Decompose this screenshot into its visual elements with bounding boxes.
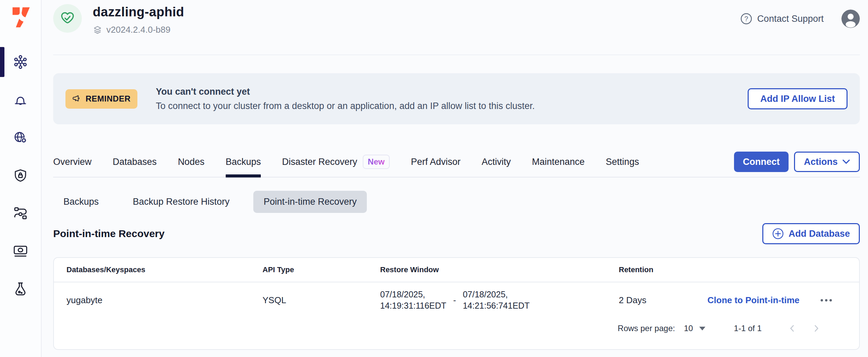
tab-settings[interactable]: Settings <box>606 152 639 172</box>
pitr-table-card: Databases/Keyspaces API Type Restore Win… <box>53 257 860 350</box>
reminder-title: You can't connect yet <box>156 87 535 97</box>
pitr-section-header: Point-in-time Recovery Add Database <box>53 223 860 244</box>
header-actions: ? Contact Support <box>740 10 860 28</box>
column-databases-keyspaces: Databases/Keyspaces <box>66 265 263 274</box>
svg-text:?: ? <box>744 15 748 22</box>
cell-restore-window: 07/18/2025, 14:19:31:116EDT - 07/18/2025… <box>380 289 619 311</box>
cluster-identity: dazzling-aphid v2024.2.4.0-b89 <box>53 4 184 35</box>
sidebar <box>0 0 42 357</box>
column-restore-window: Restore Window <box>380 265 619 274</box>
cluster-health-badge <box>53 4 82 33</box>
tab-nodes[interactable]: Nodes <box>178 152 205 172</box>
section-title: Point-in-time Recovery <box>53 228 165 239</box>
sidebar-item-security[interactable] <box>0 168 41 183</box>
clone-to-point-in-time-link[interactable]: Clone to Point-in-time <box>707 295 799 306</box>
more-menu-icon[interactable] <box>818 296 835 304</box>
cluster-content: REMINDER You can't connect yet To connec… <box>42 55 868 357</box>
reminder-banner: REMINDER You can't connect yet To connec… <box>53 73 860 124</box>
user-avatar[interactable] <box>841 10 860 28</box>
tab-disaster-recovery[interactable]: Disaster Recovery New <box>282 152 390 172</box>
add-database-button[interactable]: Add Database <box>762 223 860 244</box>
reminder-text-block: You can't connect yet To connect to your… <box>156 87 535 111</box>
actions-dropdown-button[interactable]: Actions <box>794 152 860 172</box>
active-nav-indicator <box>0 47 4 77</box>
contact-support-button[interactable]: ? Contact Support <box>740 13 824 25</box>
reminder-badge: REMINDER <box>65 89 137 109</box>
column-api-type: API Type <box>263 265 380 274</box>
tabs-actions: Connect Actions <box>734 152 860 172</box>
cluster-version: v2024.2.4.0-b89 <box>106 25 170 35</box>
restore-range-separator: - <box>453 295 456 306</box>
rows-per-page-label: Rows per page: <box>618 324 675 333</box>
add-ip-allow-list-button[interactable]: Add IP Allow List <box>748 88 848 109</box>
labs-flask-icon <box>13 282 28 296</box>
reminder-action: Add IP Allow List <box>748 88 848 109</box>
tab-perf-advisor[interactable]: Perf Advisor <box>411 152 461 172</box>
cluster-tabs: Overview Databases Nodes Backups Disaste… <box>53 152 860 177</box>
help-circle-icon: ? <box>740 13 752 25</box>
new-feature-badge: New <box>363 155 390 169</box>
restore-from: 07/18/2025, 14:19:31:116EDT <box>380 289 446 311</box>
cell-actions: Clone to Point-in-time <box>707 295 859 306</box>
pagination-range: 1-1 of 1 <box>734 324 762 333</box>
clusters-icon <box>13 55 28 69</box>
chevron-down-icon <box>842 159 850 164</box>
restore-to: 07/18/2025, 14:21:56:741EDT <box>463 289 529 311</box>
tabs-baseline <box>53 177 860 177</box>
cluster-title-block: dazzling-aphid v2024.2.4.0-b89 <box>93 4 184 35</box>
sidebar-item-billing[interactable] <box>0 244 41 259</box>
next-page-button[interactable] <box>811 324 821 333</box>
table-row[interactable]: yugabyte YSQL 07/18/2025, 14:19:31:116ED… <box>54 282 859 318</box>
main-area: dazzling-aphid v2024.2.4.0-b89 <box>42 0 868 357</box>
cluster-version-row: v2024.2.4.0-b89 <box>93 25 184 35</box>
billing-money-icon <box>13 244 28 258</box>
rows-per-page-value: 10 <box>684 324 693 333</box>
yugabyte-logo-icon[interactable] <box>12 7 31 27</box>
healthy-heart-check-icon <box>60 11 75 26</box>
sidebar-nav <box>0 55 41 319</box>
sidebar-item-network[interactable] <box>0 130 41 145</box>
tab-overview[interactable]: Overview <box>53 152 92 172</box>
sidebar-item-integrations[interactable] <box>0 206 41 221</box>
table-pagination: Rows per page: 10 1-1 of 1 <box>54 318 859 339</box>
cell-database: yugabyte <box>66 295 263 306</box>
chevron-left-icon <box>788 324 797 333</box>
rows-per-page-select[interactable]: 10 <box>684 324 705 333</box>
column-retention: Retention <box>619 265 707 274</box>
dropdown-triangle-icon <box>699 327 705 330</box>
version-layers-icon <box>93 25 102 35</box>
active-tab-indicator <box>226 174 261 177</box>
contact-support-label: Contact Support <box>757 14 824 24</box>
table-header-row: Databases/Keyspaces API Type Restore Win… <box>54 258 859 282</box>
subtab-backups[interactable]: Backups <box>53 191 109 213</box>
reminder-badge-label: REMINDER <box>86 94 131 104</box>
tab-databases[interactable]: Databases <box>113 152 157 172</box>
integrations-flow-icon <box>13 206 28 220</box>
megaphone-icon <box>72 94 81 104</box>
backups-subtabs: Backups Backup Restore History Point-in-… <box>53 191 860 213</box>
subtab-point-in-time-recovery[interactable]: Point-in-time Recovery <box>253 191 367 213</box>
previous-page-button[interactable] <box>788 324 797 333</box>
sidebar-item-labs[interactable] <box>0 281 41 296</box>
plus-circle-icon <box>772 228 784 239</box>
cell-retention: 2 Days <box>619 295 707 306</box>
security-shield-lock-icon <box>13 168 28 183</box>
subtab-backup-restore-history[interactable]: Backup Restore History <box>123 191 240 213</box>
tab-backups[interactable]: Backups <box>226 152 261 172</box>
network-globe-gear-icon <box>13 130 28 145</box>
cell-api-type: YSQL <box>263 295 380 306</box>
sidebar-item-clusters[interactable] <box>0 55 41 69</box>
connect-button[interactable]: Connect <box>734 152 789 172</box>
chevron-right-icon <box>811 324 821 333</box>
sidebar-item-alerts[interactable] <box>0 92 41 107</box>
reminder-body: To connect to your cluster from a deskto… <box>156 101 535 111</box>
tab-activity[interactable]: Activity <box>482 152 511 172</box>
cluster-name: dazzling-aphid <box>93 5 184 19</box>
tab-maintenance[interactable]: Maintenance <box>532 152 585 172</box>
app-root: dazzling-aphid v2024.2.4.0-b89 <box>0 0 868 357</box>
cluster-header: dazzling-aphid v2024.2.4.0-b89 <box>53 0 860 55</box>
avatar-person-icon <box>841 10 860 28</box>
alerts-bell-icon <box>13 93 28 107</box>
